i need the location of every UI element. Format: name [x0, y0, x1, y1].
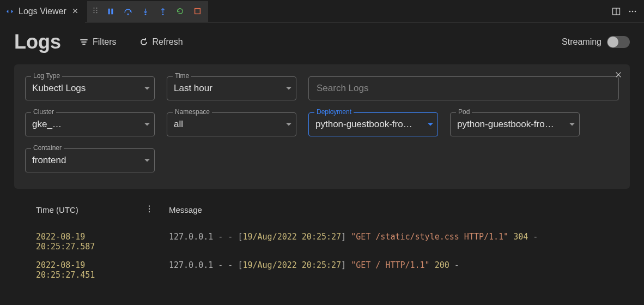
- chevron-down-icon: [569, 123, 575, 126]
- chevron-down-icon: [428, 123, 433, 126]
- svg-point-17: [149, 206, 150, 207]
- cluster-value: gke_: [32, 119, 137, 130]
- debug-toolbar: [87, 1, 208, 22]
- container-value: frontend: [32, 155, 66, 166]
- namespace-select[interactable]: Namespace all: [167, 112, 296, 136]
- cluster-select[interactable]: Cluster gke_: [25, 112, 155, 136]
- page-header: Logs Filters Refresh Streaming: [14, 31, 630, 53]
- time-select[interactable]: Time Last hour: [167, 76, 296, 100]
- refresh-button[interactable]: Refresh: [135, 34, 187, 50]
- streaming-control: Streaming: [562, 36, 630, 48]
- redacted-block: [52, 119, 137, 130]
- title-bar: Logs Viewer: [0, 0, 644, 23]
- split-editor-icon[interactable]: [611, 7, 621, 16]
- pod-select[interactable]: Pod python-guestbook-fro…: [450, 112, 580, 136]
- chevron-down-icon: [286, 87, 291, 90]
- table-row[interactable]: 2022-08-19 20:25:27.451127.0.0.1 - - [19…: [36, 256, 630, 284]
- row-message: 127.0.0.1 - - [19/Aug/2022 20:25:27] "GE…: [169, 232, 538, 252]
- cluster-label: Cluster: [31, 108, 56, 116]
- svg-point-4: [93, 12, 94, 13]
- deployment-select[interactable]: Deployment python-guestbook-fro…: [308, 112, 438, 136]
- deployment-label: Deployment: [314, 108, 354, 116]
- row-timestamp: 2022-08-19 20:25:27.451: [36, 260, 134, 280]
- log-type-value: Kubectl Logs: [32, 83, 86, 94]
- step-over-icon[interactable]: [123, 7, 133, 16]
- svg-point-14: [629, 10, 631, 12]
- chevron-down-icon: [144, 87, 150, 90]
- chevron-down-icon: [286, 123, 291, 126]
- filter-icon: [80, 38, 88, 46]
- col-message-header: Message: [169, 205, 202, 214]
- svg-point-2: [93, 9, 94, 10]
- svg-point-8: [127, 13, 129, 15]
- svg-point-16: [635, 10, 636, 12]
- pod-value: python-guestbook-fro…: [457, 119, 554, 130]
- chevron-down-icon: [144, 123, 150, 126]
- editor-tab[interactable]: Logs Viewer: [0, 0, 85, 23]
- step-into-icon[interactable]: [141, 7, 150, 16]
- step-out-icon[interactable]: [158, 7, 168, 16]
- deployment-value: python-guestbook-fro…: [315, 119, 412, 130]
- svg-point-5: [96, 12, 97, 13]
- svg-point-9: [144, 13, 146, 15]
- table-row[interactable]: 2022-08-19 20:25:27.587127.0.0.1 - - [19…: [36, 228, 630, 256]
- container-select[interactable]: Container frontend: [25, 148, 155, 172]
- refresh-icon: [139, 38, 148, 46]
- svg-point-3: [96, 9, 97, 10]
- time-value: Last hour: [174, 83, 212, 94]
- log-table: Time (UTC) Message 2022-08-19 20:25:27.5…: [14, 205, 630, 284]
- svg-rect-7: [111, 8, 113, 14]
- tab-title: Logs Viewer: [19, 7, 66, 16]
- close-tab-icon[interactable]: [71, 5, 80, 17]
- search-input[interactable]: [309, 77, 618, 100]
- title-bar-actions: [611, 7, 644, 16]
- filters-label: Filters: [93, 37, 117, 47]
- more-actions-icon[interactable]: [628, 7, 637, 16]
- main-content: Logs Filters Refresh Streaming Log Type …: [0, 23, 644, 284]
- col-time-header: Time (UTC): [36, 205, 78, 214]
- cloud-code-icon: [5, 7, 14, 16]
- svg-point-18: [149, 208, 150, 210]
- streaming-toggle[interactable]: [607, 36, 630, 48]
- restart-icon[interactable]: [175, 7, 185, 16]
- filters-panel: Log Type Kubectl Logs Time Last hour Clu…: [14, 64, 630, 189]
- svg-rect-6: [108, 8, 110, 14]
- svg-point-19: [149, 211, 150, 212]
- log-type-select[interactable]: Log Type Kubectl Logs: [25, 76, 155, 100]
- filters-button[interactable]: Filters: [75, 34, 121, 50]
- pod-label: Pod: [456, 108, 472, 116]
- chevron-down-icon: [144, 159, 150, 162]
- svg-point-10: [162, 13, 163, 15]
- namespace-value: all: [174, 119, 183, 130]
- pause-icon[interactable]: [106, 7, 116, 16]
- log-type-label: Log Type: [31, 72, 62, 80]
- table-header: Time (UTC) Message: [36, 205, 630, 228]
- streaming-label: Streaming: [562, 37, 602, 47]
- time-label: Time: [173, 72, 191, 80]
- column-menu-icon[interactable]: [148, 205, 155, 214]
- page-title: Logs: [14, 31, 61, 53]
- row-timestamp: 2022-08-19 20:25:27.587: [36, 232, 134, 252]
- row-message: 127.0.0.1 - - [19/Aug/2022 20:25:27] "GE…: [169, 260, 459, 280]
- drag-handle-icon[interactable]: [93, 7, 98, 16]
- refresh-label: Refresh: [153, 37, 183, 47]
- svg-point-1: [96, 7, 97, 8]
- namespace-label: Namespace: [173, 108, 212, 116]
- stop-icon[interactable]: [193, 7, 203, 16]
- search-logs-field[interactable]: [308, 76, 619, 100]
- svg-rect-11: [195, 9, 201, 14]
- close-filters-icon[interactable]: [615, 70, 622, 81]
- svg-point-0: [93, 7, 94, 8]
- svg-point-15: [632, 10, 634, 12]
- container-label: Container: [31, 144, 64, 152]
